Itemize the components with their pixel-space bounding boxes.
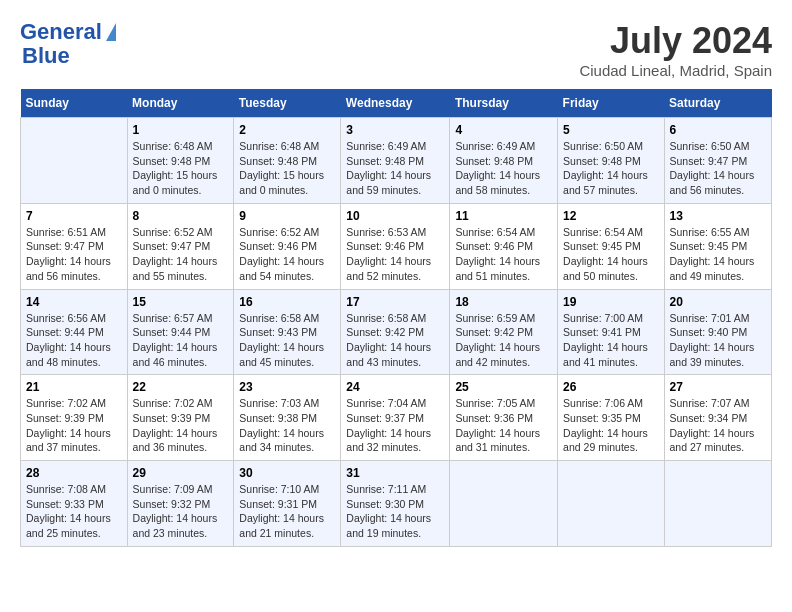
calendar-cell xyxy=(664,461,772,547)
day-number: 12 xyxy=(563,209,658,223)
day-number: 26 xyxy=(563,380,658,394)
calendar-cell: 7Sunrise: 6:51 AM Sunset: 9:47 PM Daylig… xyxy=(21,203,128,289)
day-info: Sunrise: 7:00 AM Sunset: 9:41 PM Dayligh… xyxy=(563,311,658,370)
day-number: 4 xyxy=(455,123,552,137)
day-number: 22 xyxy=(133,380,229,394)
day-number: 28 xyxy=(26,466,122,480)
calendar-cell: 5Sunrise: 6:50 AM Sunset: 9:48 PM Daylig… xyxy=(558,118,664,204)
day-number: 15 xyxy=(133,295,229,309)
calendar-cell: 15Sunrise: 6:57 AM Sunset: 9:44 PM Dayli… xyxy=(127,289,234,375)
day-info: Sunrise: 6:57 AM Sunset: 9:44 PM Dayligh… xyxy=(133,311,229,370)
calendar-cell: 29Sunrise: 7:09 AM Sunset: 9:32 PM Dayli… xyxy=(127,461,234,547)
day-number: 30 xyxy=(239,466,335,480)
day-number: 10 xyxy=(346,209,444,223)
logo: General Blue xyxy=(20,20,116,68)
calendar-cell: 25Sunrise: 7:05 AM Sunset: 9:36 PM Dayli… xyxy=(450,375,558,461)
day-info: Sunrise: 7:07 AM Sunset: 9:34 PM Dayligh… xyxy=(670,396,767,455)
day-number: 2 xyxy=(239,123,335,137)
day-info: Sunrise: 7:04 AM Sunset: 9:37 PM Dayligh… xyxy=(346,396,444,455)
calendar-cell: 13Sunrise: 6:55 AM Sunset: 9:45 PM Dayli… xyxy=(664,203,772,289)
day-info: Sunrise: 7:06 AM Sunset: 9:35 PM Dayligh… xyxy=(563,396,658,455)
calendar-cell xyxy=(450,461,558,547)
logo-text-blue: Blue xyxy=(22,44,70,68)
calendar-cell: 19Sunrise: 7:00 AM Sunset: 9:41 PM Dayli… xyxy=(558,289,664,375)
day-number: 23 xyxy=(239,380,335,394)
day-info: Sunrise: 6:50 AM Sunset: 9:47 PM Dayligh… xyxy=(670,139,767,198)
header-monday: Monday xyxy=(127,89,234,118)
calendar-cell: 28Sunrise: 7:08 AM Sunset: 9:33 PM Dayli… xyxy=(21,461,128,547)
day-info: Sunrise: 6:49 AM Sunset: 9:48 PM Dayligh… xyxy=(346,139,444,198)
day-number: 6 xyxy=(670,123,767,137)
day-info: Sunrise: 7:02 AM Sunset: 9:39 PM Dayligh… xyxy=(133,396,229,455)
header-sunday: Sunday xyxy=(21,89,128,118)
day-info: Sunrise: 6:54 AM Sunset: 9:46 PM Dayligh… xyxy=(455,225,552,284)
day-number: 9 xyxy=(239,209,335,223)
calendar-cell: 21Sunrise: 7:02 AM Sunset: 9:39 PM Dayli… xyxy=(21,375,128,461)
logo-text: General xyxy=(20,20,102,44)
calendar-cell: 22Sunrise: 7:02 AM Sunset: 9:39 PM Dayli… xyxy=(127,375,234,461)
day-number: 24 xyxy=(346,380,444,394)
day-number: 1 xyxy=(133,123,229,137)
day-info: Sunrise: 7:05 AM Sunset: 9:36 PM Dayligh… xyxy=(455,396,552,455)
calendar-cell xyxy=(21,118,128,204)
day-number: 21 xyxy=(26,380,122,394)
day-number: 7 xyxy=(26,209,122,223)
day-info: Sunrise: 6:50 AM Sunset: 9:48 PM Dayligh… xyxy=(563,139,658,198)
calendar-cell: 31Sunrise: 7:11 AM Sunset: 9:30 PM Dayli… xyxy=(341,461,450,547)
day-info: Sunrise: 6:49 AM Sunset: 9:48 PM Dayligh… xyxy=(455,139,552,198)
calendar-cell: 26Sunrise: 7:06 AM Sunset: 9:35 PM Dayli… xyxy=(558,375,664,461)
header-saturday: Saturday xyxy=(664,89,772,118)
calendar-week-row: 1Sunrise: 6:48 AM Sunset: 9:48 PM Daylig… xyxy=(21,118,772,204)
calendar-table: SundayMondayTuesdayWednesdayThursdayFrid… xyxy=(20,89,772,547)
calendar-week-row: 21Sunrise: 7:02 AM Sunset: 9:39 PM Dayli… xyxy=(21,375,772,461)
calendar-cell: 24Sunrise: 7:04 AM Sunset: 9:37 PM Dayli… xyxy=(341,375,450,461)
day-number: 19 xyxy=(563,295,658,309)
month-year: July 2024 xyxy=(579,20,772,62)
day-info: Sunrise: 6:53 AM Sunset: 9:46 PM Dayligh… xyxy=(346,225,444,284)
day-info: Sunrise: 6:55 AM Sunset: 9:45 PM Dayligh… xyxy=(670,225,767,284)
day-info: Sunrise: 6:58 AM Sunset: 9:42 PM Dayligh… xyxy=(346,311,444,370)
header-tuesday: Tuesday xyxy=(234,89,341,118)
calendar-cell: 23Sunrise: 7:03 AM Sunset: 9:38 PM Dayli… xyxy=(234,375,341,461)
day-info: Sunrise: 6:48 AM Sunset: 9:48 PM Dayligh… xyxy=(239,139,335,198)
day-info: Sunrise: 7:01 AM Sunset: 9:40 PM Dayligh… xyxy=(670,311,767,370)
calendar-cell: 14Sunrise: 6:56 AM Sunset: 9:44 PM Dayli… xyxy=(21,289,128,375)
calendar-cell: 16Sunrise: 6:58 AM Sunset: 9:43 PM Dayli… xyxy=(234,289,341,375)
calendar-week-row: 14Sunrise: 6:56 AM Sunset: 9:44 PM Dayli… xyxy=(21,289,772,375)
day-info: Sunrise: 6:48 AM Sunset: 9:48 PM Dayligh… xyxy=(133,139,229,198)
day-info: Sunrise: 6:58 AM Sunset: 9:43 PM Dayligh… xyxy=(239,311,335,370)
header-wednesday: Wednesday xyxy=(341,89,450,118)
day-number: 3 xyxy=(346,123,444,137)
day-number: 27 xyxy=(670,380,767,394)
day-number: 31 xyxy=(346,466,444,480)
header-thursday: Thursday xyxy=(450,89,558,118)
calendar-cell: 6Sunrise: 6:50 AM Sunset: 9:47 PM Daylig… xyxy=(664,118,772,204)
day-number: 18 xyxy=(455,295,552,309)
day-info: Sunrise: 6:59 AM Sunset: 9:42 PM Dayligh… xyxy=(455,311,552,370)
day-info: Sunrise: 7:08 AM Sunset: 9:33 PM Dayligh… xyxy=(26,482,122,541)
day-number: 5 xyxy=(563,123,658,137)
day-number: 8 xyxy=(133,209,229,223)
day-number: 13 xyxy=(670,209,767,223)
calendar-cell: 17Sunrise: 6:58 AM Sunset: 9:42 PM Dayli… xyxy=(341,289,450,375)
day-info: Sunrise: 6:56 AM Sunset: 9:44 PM Dayligh… xyxy=(26,311,122,370)
calendar-cell: 27Sunrise: 7:07 AM Sunset: 9:34 PM Dayli… xyxy=(664,375,772,461)
calendar-cell: 4Sunrise: 6:49 AM Sunset: 9:48 PM Daylig… xyxy=(450,118,558,204)
calendar-cell: 10Sunrise: 6:53 AM Sunset: 9:46 PM Dayli… xyxy=(341,203,450,289)
page-header: General Blue July 2024 Ciudad Lineal, Ma… xyxy=(20,20,772,79)
header-friday: Friday xyxy=(558,89,664,118)
calendar-cell xyxy=(558,461,664,547)
day-number: 16 xyxy=(239,295,335,309)
day-info: Sunrise: 7:10 AM Sunset: 9:31 PM Dayligh… xyxy=(239,482,335,541)
day-info: Sunrise: 6:51 AM Sunset: 9:47 PM Dayligh… xyxy=(26,225,122,284)
day-number: 11 xyxy=(455,209,552,223)
day-info: Sunrise: 7:11 AM Sunset: 9:30 PM Dayligh… xyxy=(346,482,444,541)
day-number: 20 xyxy=(670,295,767,309)
title-block: July 2024 Ciudad Lineal, Madrid, Spain xyxy=(579,20,772,79)
calendar-cell: 20Sunrise: 7:01 AM Sunset: 9:40 PM Dayli… xyxy=(664,289,772,375)
day-info: Sunrise: 7:09 AM Sunset: 9:32 PM Dayligh… xyxy=(133,482,229,541)
calendar-cell: 30Sunrise: 7:10 AM Sunset: 9:31 PM Dayli… xyxy=(234,461,341,547)
day-number: 29 xyxy=(133,466,229,480)
calendar-header-row: SundayMondayTuesdayWednesdayThursdayFrid… xyxy=(21,89,772,118)
calendar-cell: 8Sunrise: 6:52 AM Sunset: 9:47 PM Daylig… xyxy=(127,203,234,289)
